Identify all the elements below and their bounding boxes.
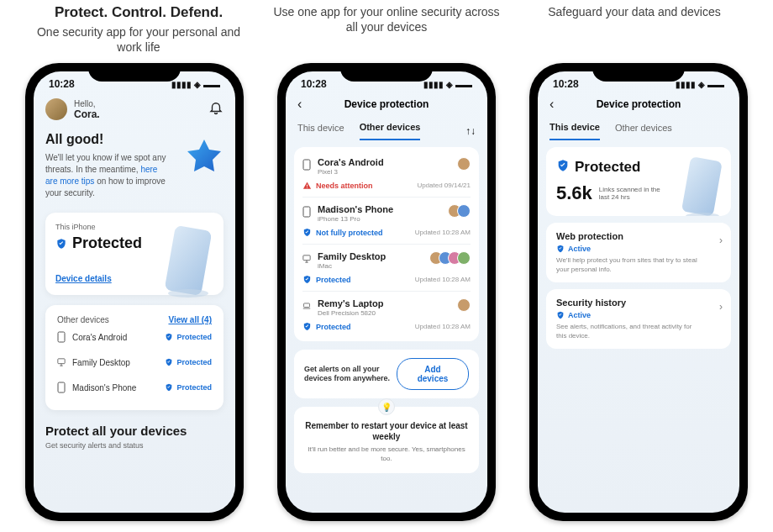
phone-icon xyxy=(57,382,66,393)
desktop-icon xyxy=(57,356,66,368)
device-row[interactable]: Cora's AndroidPixel 3Needs attentionUpda… xyxy=(302,150,471,198)
svg-rect-11 xyxy=(681,156,723,216)
page-title: Device protection xyxy=(550,98,728,110)
shield-check-icon xyxy=(302,322,312,331)
device-details-link[interactable]: Device details xyxy=(55,274,112,283)
headline-subtitle: Safeguard your data and devices xyxy=(521,4,748,19)
protect-section-title: Protect all your devices xyxy=(45,424,223,438)
signal-icon: ▮▮▮▮ xyxy=(171,80,192,89)
phone-mockup-1: 10:28 ▮▮▮▮ ◈ ▬▬ Hello, Cora. All good! xyxy=(25,63,244,521)
svg-point-1 xyxy=(168,289,208,298)
device-list: Cora's AndroidPixel 3Needs attentionUpda… xyxy=(294,147,479,341)
battery-icon: ▬▬ xyxy=(455,80,472,89)
chevron-right-icon: › xyxy=(719,234,723,246)
protection-hero-card: Protected 5.6k Links scanned in the last… xyxy=(546,147,731,216)
warning-triangle-icon xyxy=(302,181,312,190)
svg-rect-0 xyxy=(165,225,213,296)
user-avatar[interactable] xyxy=(45,98,67,120)
phone-notch xyxy=(340,63,433,82)
phone-icon xyxy=(302,206,311,218)
hero-status: Protected xyxy=(575,159,640,176)
section-title: Web protection xyxy=(556,231,721,241)
shield-check-icon xyxy=(165,333,173,341)
allgood-body: We'll let you know if we spot any threat… xyxy=(45,152,171,199)
status-time: 10:28 xyxy=(301,78,327,90)
headline-subtitle: One security app for your personal and w… xyxy=(25,24,252,55)
phone-notch xyxy=(88,63,181,82)
metric-value: 5.6k xyxy=(556,182,592,204)
device-status: Protected xyxy=(176,358,212,366)
svg-rect-3 xyxy=(58,359,65,364)
device-name: Family Desktop xyxy=(72,358,130,367)
section-description: See alerts, notifications, and threat ac… xyxy=(556,323,699,340)
device-row[interactable]: Madison's PhoneiPhone 13 ProNot fully pr… xyxy=(302,198,471,245)
protect-section-sub: Get security alerts and status xyxy=(45,441,223,450)
device-updated: Updated 10:28 AM xyxy=(415,323,471,330)
headline-title: Protect. Control. Defend. xyxy=(25,4,252,21)
other-device-row[interactable]: Family DesktopProtected xyxy=(55,350,213,375)
back-chevron-icon[interactable]: ‹ xyxy=(550,97,554,112)
phone-icon xyxy=(57,331,66,343)
shield-check-icon xyxy=(165,383,173,392)
device-model: Dell Precision 5820 xyxy=(318,309,383,317)
device-updated: Updated 09/14/21 xyxy=(417,182,471,189)
svg-rect-6 xyxy=(307,185,308,187)
section-status: Active xyxy=(568,245,591,253)
shared-users xyxy=(429,251,471,265)
tab-this-device[interactable]: This device xyxy=(550,122,600,140)
device-status: Protected xyxy=(176,333,212,341)
chevron-right-icon: › xyxy=(719,301,723,313)
other-device-row[interactable]: Cora's AndroidProtected xyxy=(55,324,213,350)
notifications-bell-icon[interactable] xyxy=(208,100,223,119)
wifi-icon: ◈ xyxy=(446,80,453,89)
other-device-row[interactable]: Madison's PhoneProtected xyxy=(55,375,213,400)
device-row[interactable]: Family DesktopiMacProtectedUpdated 10:28… xyxy=(302,245,471,292)
device-status-text: Needs attention xyxy=(316,182,373,190)
add-devices-button[interactable]: Add devices xyxy=(397,358,469,390)
shield-check-icon xyxy=(165,358,173,366)
status-icons: ▮▮▮▮ ◈ ▬▬ xyxy=(423,80,472,89)
svg-point-12 xyxy=(686,213,719,216)
other-devices-label: Other devices xyxy=(57,315,109,324)
headline-subtitle: Use one app for your online security acr… xyxy=(273,4,500,34)
user-avatar xyxy=(457,298,471,312)
device-name: Remy's Laptop xyxy=(318,298,383,308)
sort-icon[interactable]: ↑↓ xyxy=(465,125,476,137)
device-model: Pixel 3 xyxy=(318,168,384,176)
status-time: 10:28 xyxy=(553,78,579,90)
svg-rect-5 xyxy=(303,160,310,170)
column-2-headline: Use one app for your online security acr… xyxy=(273,4,500,55)
wifi-icon: ◈ xyxy=(698,80,705,89)
device-name: Cora's Android xyxy=(72,333,127,342)
tab-other-devices[interactable]: Other devices xyxy=(615,123,672,140)
view-all-link[interactable]: View all (4) xyxy=(168,315,212,324)
back-chevron-icon[interactable]: ‹ xyxy=(297,97,302,112)
device-name: Madison's Phone xyxy=(72,383,136,392)
column-3-headline: Safeguard your data and devices xyxy=(521,4,748,55)
tab-other-devices[interactable]: Other devices xyxy=(360,122,421,140)
tip-body: It'll run better and be more secure. Yes… xyxy=(304,445,469,463)
shared-users xyxy=(457,298,471,312)
shared-users xyxy=(457,157,471,171)
device-status-text: Not fully protected xyxy=(316,229,383,237)
security-section-row[interactable]: Security historyActiveSee alerts, notifi… xyxy=(546,289,731,349)
this-device-card[interactable]: This iPhone Protected Device details xyxy=(45,213,223,295)
tab-this-device[interactable]: This device xyxy=(297,123,344,140)
svg-rect-4 xyxy=(58,382,65,392)
svg-rect-2 xyxy=(58,332,65,342)
phone-notch xyxy=(592,63,685,82)
greeting-label: Hello, xyxy=(74,99,100,108)
device-updated: Updated 10:28 AM xyxy=(415,229,471,236)
device-status-text: Protected xyxy=(316,276,351,284)
tip-title: Remember to restart your device at least… xyxy=(304,420,469,442)
status-icons: ▮▮▮▮ ◈ ▬▬ xyxy=(676,80,724,89)
svg-rect-10 xyxy=(304,303,310,308)
svg-rect-9 xyxy=(303,255,310,261)
device-name: Madison's Phone xyxy=(318,204,393,214)
user-avatar xyxy=(457,204,471,218)
security-section-row[interactable]: Web protectionActiveWe'll help protect y… xyxy=(546,223,731,282)
device-row[interactable]: Remy's LaptopDell Precision 5820Protecte… xyxy=(302,292,471,338)
page-title: Device protection xyxy=(297,98,476,110)
shared-users xyxy=(448,204,471,218)
section-description: We'll help protect you from sites that t… xyxy=(556,256,699,274)
